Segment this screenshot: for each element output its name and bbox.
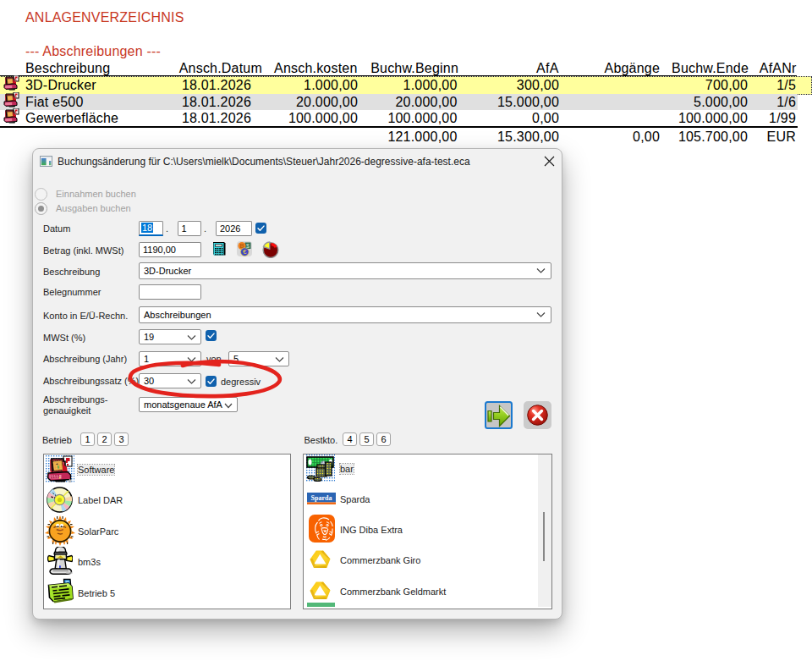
svg-text:$: $ — [246, 243, 250, 249]
svg-text:Sparda: Sparda — [310, 494, 332, 502]
svg-text:€: € — [243, 248, 247, 256]
